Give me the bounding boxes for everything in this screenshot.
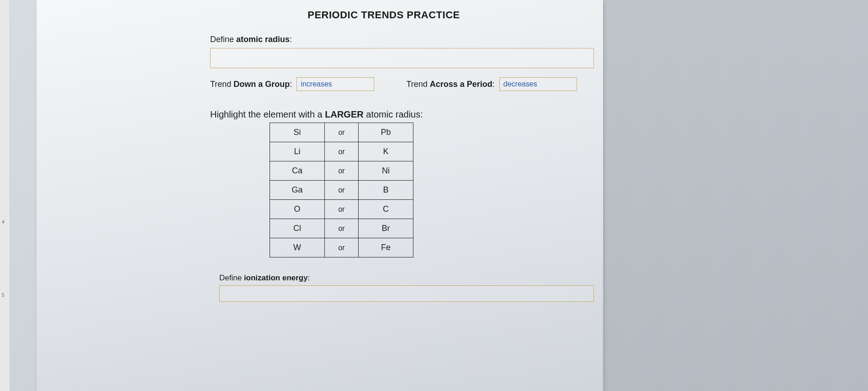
trend-down-group-input[interactable]: increases [296, 77, 374, 91]
page-title: PERIODIC TRENDS PRACTICE [55, 0, 585, 35]
element-cell-right[interactable]: B [359, 181, 413, 200]
or-cell: or [325, 219, 359, 238]
define-ionization-energy-input[interactable] [219, 285, 594, 302]
ruler-tick: 5 [2, 293, 5, 298]
trend-across-period-label: Trend Across a Period: [406, 80, 494, 89]
element-cell-right[interactable]: Fe [359, 238, 413, 257]
vertical-ruler: 4 5 [0, 0, 10, 391]
element-cell-left[interactable]: Cl [270, 219, 325, 238]
table-row: WorFe [270, 238, 413, 257]
element-cell-left[interactable]: Ca [270, 161, 325, 181]
or-cell: or [325, 200, 359, 219]
element-cell-right[interactable]: Pb [359, 123, 413, 142]
or-cell: or [325, 123, 359, 142]
table-row: GaorB [270, 181, 413, 200]
element-cell-left[interactable]: W [270, 238, 325, 257]
or-cell: or [325, 161, 359, 181]
define-ionization-energy-label: Define ionization energy: [55, 273, 585, 283]
element-cell-left[interactable]: Si [270, 123, 325, 142]
define-atomic-radius-label: Define atomic radius: [55, 35, 585, 44]
table-row: LiorK [270, 142, 413, 161]
or-cell: or [325, 238, 359, 257]
element-cell-right[interactable]: K [359, 142, 413, 161]
or-cell: or [325, 142, 359, 161]
element-cell-left[interactable]: Ga [270, 181, 325, 200]
document-page: PERIODIC TRENDS PRACTICE Define atomic r… [37, 0, 603, 391]
element-comparison-table: SiorPbLiorKCaorNiGaorBOorCClorBrWorFe [270, 123, 413, 257]
ruler-tick: 4 [2, 220, 5, 225]
table-row: SiorPb [270, 123, 413, 142]
element-cell-left[interactable]: Li [270, 142, 325, 161]
element-cell-right[interactable]: Br [359, 219, 413, 238]
table-row: OorC [270, 200, 413, 219]
table-row: ClorBr [270, 219, 413, 238]
define-atomic-radius-input[interactable] [210, 48, 594, 68]
element-cell-right[interactable]: C [359, 200, 413, 219]
element-cell-right[interactable]: Ni [359, 161, 413, 181]
table-row: CaorNi [270, 161, 413, 181]
trend-row: Trend Down a Group: increases Trend Acro… [55, 77, 585, 91]
or-cell: or [325, 181, 359, 200]
trend-down-group-label: Trend Down a Group: [210, 80, 292, 89]
trend-across-period-input[interactable]: decreases [499, 77, 577, 91]
background-shadow [603, 0, 868, 391]
highlight-prompt: Highlight the element with a LARGER atom… [55, 109, 585, 120]
element-cell-left[interactable]: O [270, 200, 325, 219]
